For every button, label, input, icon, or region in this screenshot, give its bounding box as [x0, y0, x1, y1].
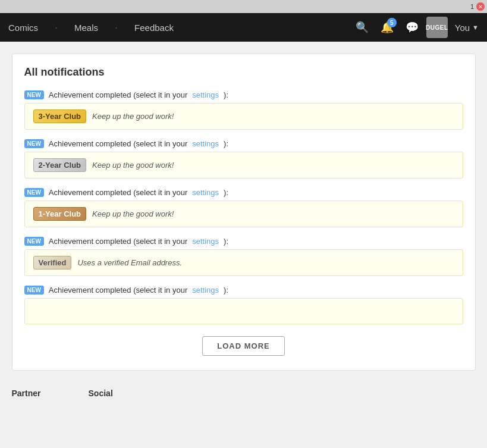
notification-item: NEWAchievement completed (select it in y…	[24, 237, 463, 276]
chat-button[interactable]: 💬	[401, 17, 423, 38]
nav-separator: ·	[46, 13, 66, 42]
settings-link[interactable]: settings	[192, 90, 219, 99]
achievement-badge: 3-Year Club	[33, 109, 87, 123]
notification-text: Achievement completed (select it in your	[49, 90, 187, 99]
notification-header: NEWAchievement completed (select it in y…	[24, 237, 463, 246]
new-badge: NEW	[24, 237, 44, 246]
achievement-badge: Verified	[33, 256, 72, 270]
nav-meals[interactable]: Meals	[66, 13, 106, 42]
notification-box: 1-Year ClubKeep up the good work!	[24, 200, 463, 227]
new-badge: NEW	[24, 188, 44, 197]
settings-link[interactable]: settings	[192, 139, 219, 148]
you-label: You	[455, 23, 470, 33]
achievement-badge: 1-Year Club	[33, 207, 87, 221]
settings-link[interactable]: settings	[192, 286, 219, 295]
search-icon: 🔍	[356, 21, 369, 34]
notification-header: NEWAchievement completed (select it in y…	[24, 139, 463, 148]
avatar-button[interactable]: DUGEL	[426, 17, 448, 38]
notification-box: VerifiedUses a verified Email address.	[24, 249, 463, 276]
notifications-button[interactable]: 🔔 5	[376, 17, 398, 38]
settings-link[interactable]: settings	[192, 188, 219, 197]
notification-text: Achievement completed (select it in your	[49, 139, 187, 148]
notification-item: NEWAchievement completed (select it in y…	[24, 286, 463, 324]
achievement-badge: 2-Year Club	[33, 158, 87, 172]
chevron-down-icon: ▼	[472, 24, 479, 31]
notification-text-after: ):	[224, 286, 228, 295]
partner-label: Partner	[12, 389, 41, 398]
chat-icon: 💬	[406, 21, 419, 34]
navbar: Comics · Meals · Feedback 🔍 🔔 5 💬 DUGEL …	[0, 13, 487, 42]
notification-item: NEWAchievement completed (select it in y…	[24, 188, 463, 227]
settings-link[interactable]: settings	[192, 237, 219, 246]
notification-box: 2-Year ClubKeep up the good work!	[24, 152, 463, 178]
notification-box	[24, 298, 463, 324]
notifications-list: NEWAchievement completed (select it in y…	[24, 90, 463, 324]
notification-text: Achievement completed (select it in your	[49, 188, 187, 197]
nav-comics[interactable]: Comics	[0, 13, 46, 42]
browser-close-button[interactable]: ✕	[476, 2, 485, 11]
new-badge: NEW	[24, 139, 44, 148]
notification-text: Achievement completed (select it in your	[49, 286, 187, 295]
nav-separator-2: ·	[106, 13, 126, 42]
notification-header: NEWAchievement completed (select it in y…	[24, 90, 463, 99]
notifications-card: All notifications NEWAchievement complet…	[12, 54, 476, 371]
notification-text: Achievement completed (select it in your	[49, 237, 187, 246]
notification-description: Keep up the good work!	[92, 161, 174, 170]
notification-text-after: ):	[224, 237, 228, 246]
tab-count: 1	[470, 3, 474, 10]
browser-bar: 1 ✕	[0, 0, 487, 13]
notification-text-after: ):	[224, 139, 228, 148]
new-badge: NEW	[24, 90, 44, 99]
notification-header: NEWAchievement completed (select it in y…	[24, 286, 463, 295]
notification-header: NEWAchievement completed (select it in y…	[24, 188, 463, 197]
nav-left: Comics · Meals · Feedback	[0, 13, 351, 42]
footer-social: Social	[89, 389, 113, 403]
notification-item: NEWAchievement completed (select it in y…	[24, 90, 463, 130]
notification-description: Keep up the good work!	[92, 209, 174, 218]
footer-partner: Partner	[12, 389, 41, 403]
nav-feedback[interactable]: Feedback	[126, 13, 182, 42]
nav-right: 🔍 🔔 5 💬 DUGEL You ▼	[351, 17, 487, 38]
page-title: All notifications	[24, 66, 463, 79]
notification-item: NEWAchievement completed (select it in y…	[24, 139, 463, 178]
main-content: All notifications NEWAchievement complet…	[6, 54, 482, 371]
new-badge: NEW	[24, 286, 44, 295]
notification-text-after: ):	[224, 90, 228, 99]
avatar-text: DUGEL	[426, 24, 448, 31]
load-more-button[interactable]: LOAD MORE	[202, 336, 284, 356]
notification-description: Uses a verified Email address.	[77, 258, 182, 267]
social-label: Social	[89, 389, 113, 398]
notification-box: 3-Year ClubKeep up the good work!	[24, 103, 463, 130]
notification-text-after: ):	[224, 188, 228, 197]
notification-description: Keep up the good work!	[92, 112, 174, 121]
search-button[interactable]: 🔍	[351, 17, 373, 38]
footer: Partner Social	[6, 389, 482, 415]
notification-badge: 5	[387, 18, 397, 27]
you-menu-button[interactable]: You ▼	[451, 23, 482, 33]
